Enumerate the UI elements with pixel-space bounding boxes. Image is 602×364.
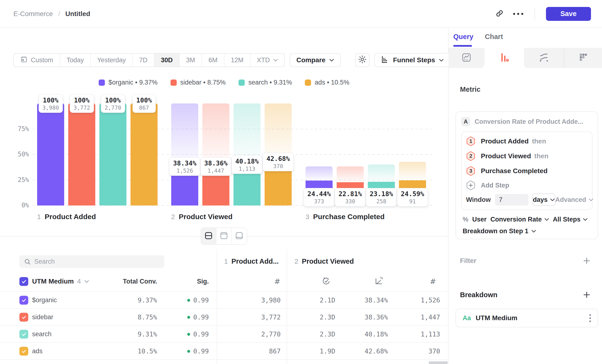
total-conv-column-header[interactable]: Total Conv.: [105, 275, 157, 288]
table-row-sidebar[interactable]: sidebar 0.998.75%3,7722.3D38.36%1,447: [0, 308, 448, 325]
chevron-down-icon: [273, 59, 278, 62]
save-button[interactable]: Save: [546, 7, 591, 21]
range-tab-7d[interactable]: 7D: [132, 54, 154, 67]
row-checkbox[interactable]: [19, 313, 28, 321]
conv-rate-column-header[interactable]: %: [374, 276, 384, 287]
chevron-down-icon: [329, 59, 334, 62]
range-tab-6m[interactable]: 6M: [202, 54, 224, 67]
row-checkbox[interactable]: [19, 347, 28, 356]
share-link-button[interactable]: [494, 9, 505, 19]
count-column-header[interactable]: #: [272, 276, 283, 287]
legend-item-1[interactable]: sidebar • 8.75%: [171, 79, 226, 86]
table-row-search[interactable]: search 0.999.31%2,7702.3D40.18%1,113: [0, 325, 448, 342]
split-view-button[interactable]: [201, 228, 216, 244]
chart-type-button[interactable]: Funnel Steps: [374, 53, 451, 67]
funnel-bar-search-step1[interactable]: [99, 103, 126, 205]
group-step-label: Product Viewed: [302, 255, 354, 268]
sig-column-header[interactable]: Sig.: [165, 275, 209, 288]
legend-item-0[interactable]: $organic • 9.37%: [99, 79, 158, 86]
chevron-down-icon: [550, 198, 555, 201]
kebab-menu-icon[interactable]: [589, 314, 591, 322]
percent-icon: %: [463, 216, 468, 223]
bar-value-tooltip: 23.18% 258: [366, 188, 397, 206]
legend-label: $organic • 9.37%: [108, 79, 158, 86]
chart-settings-button[interactable]: [355, 53, 369, 67]
tooltip-count: 867: [136, 104, 152, 111]
horizontal-scrollbar-thumb[interactable]: [429, 361, 448, 364]
breadcrumb-parent[interactable]: E-Commerce: [13, 10, 53, 18]
query-step-2[interactable]: 2 Product Viewed then: [462, 149, 592, 164]
range-tab-yesterday[interactable]: Yesterday: [90, 54, 132, 67]
group-step-label: Product Add...: [232, 255, 279, 268]
metric-type-tabs: [449, 48, 602, 68]
legend-item-3[interactable]: ads • 10.5%: [305, 79, 349, 86]
query-step-suffix: then: [533, 152, 548, 160]
measure-metric-select[interactable]: Conversion Rate: [490, 216, 549, 223]
breadcrumb-current[interactable]: Untitled: [65, 10, 90, 18]
measure-row: % User Conversion Rate All Steps: [461, 216, 592, 223]
range-tab-3m[interactable]: 3M: [179, 54, 202, 67]
range-tab-12m[interactable]: 12M: [224, 54, 250, 67]
breakdown-item-utm-medium[interactable]: Aa UTM Medium: [455, 309, 598, 327]
more-options-button[interactable]: [513, 9, 524, 19]
bottom-panel-view-button[interactable]: [231, 228, 247, 244]
tooltip-count: 3,772: [74, 104, 90, 111]
add-step-button[interactable]: Add Step: [462, 178, 592, 192]
avg-time-column-header[interactable]: [321, 276, 331, 287]
breakdown-column-header[interactable]: UTM Medium 4: [32, 275, 89, 288]
metric-type-funnel-tab[interactable]: [484, 48, 524, 68]
funnel-bar-ads-step1[interactable]: [130, 103, 158, 205]
metric-badge: A: [461, 117, 470, 126]
chart-type-label: Funnel Steps: [393, 56, 435, 64]
window-unit-select[interactable]: days: [532, 193, 555, 206]
legend-item-2[interactable]: search • 9.31%: [238, 79, 292, 86]
row-avg_time: 2.3D: [292, 326, 335, 343]
select-all-checkbox[interactable]: [19, 277, 28, 286]
row-step1_count: 2,770: [237, 326, 281, 343]
row-checkbox[interactable]: [19, 296, 28, 305]
range-tab-30d[interactable]: 30D: [154, 54, 179, 67]
funnel-bar-$organic-step1[interactable]: [37, 103, 64, 205]
row-conv: 38.36%: [345, 309, 388, 326]
compare-button[interactable]: Compare: [290, 53, 341, 67]
breakdown-on-step-select[interactable]: Breakdown on Step 1: [461, 227, 592, 235]
window-value-input[interactable]: [495, 194, 528, 205]
range-tab-xtd[interactable]: XTD: [250, 54, 284, 67]
measure-scope-select[interactable]: All Steps: [553, 216, 588, 223]
metric-type-matrix-tab[interactable]: [564, 48, 602, 68]
tab-query[interactable]: Query: [453, 33, 473, 41]
metric-type-insights-tab[interactable]: [449, 48, 484, 68]
table-row-$organic[interactable]: $organic 0.999.37%3,9802.1D38.34%1,526: [0, 291, 448, 308]
top-panel-view-button[interactable]: [216, 228, 231, 244]
query-step-name: Product Viewed: [481, 152, 531, 160]
count-column-header[interactable]: #: [428, 276, 438, 287]
metric-type-retention-tab[interactable]: [524, 48, 564, 68]
range-tab-label: Yesterday: [97, 56, 126, 64]
row-name: $organic: [32, 292, 57, 309]
split-view-icon: [204, 231, 213, 241]
query-step-1[interactable]: 1 Product Added then: [462, 134, 592, 149]
funnel-steps-card: 1 Product Added then 2 Product Viewed th…: [461, 131, 592, 210]
metric-title-row[interactable]: A Conversion Rate of Product Adde...: [461, 117, 592, 127]
step-axis-label-1: 1 Product Added: [37, 213, 96, 221]
table-group-header-step1: 1 Product Add...: [224, 255, 279, 268]
funnel-bar-sidebar-step1[interactable]: [68, 103, 95, 205]
table-row-ads[interactable]: ads 0.9910.5%8671.9D42.68%370: [0, 342, 448, 359]
add-filter-button[interactable]: [582, 256, 591, 266]
query-step-3[interactable]: 3 Purchase Completed: [462, 164, 592, 178]
range-tab-custom[interactable]: Custom: [14, 54, 60, 67]
breakdown-label: Breakdown: [460, 291, 497, 299]
row-checkbox[interactable]: [19, 330, 28, 339]
row-count: 1,113: [397, 326, 440, 343]
chevron-down-icon: [531, 230, 536, 233]
bottom-panel-view-icon: [235, 231, 244, 241]
tab-chart[interactable]: Chart: [485, 33, 503, 41]
range-tab-today[interactable]: Today: [60, 54, 90, 67]
add-breakdown-button[interactable]: [582, 290, 591, 300]
metric-section-label: Metric: [460, 86, 480, 93]
search-input[interactable]: [19, 255, 164, 268]
y-axis-tick: 0%: [7, 202, 29, 209]
advanced-toggle[interactable]: Advanced: [555, 196, 593, 203]
measure-entity[interactable]: User: [472, 216, 487, 223]
legend-label: ads • 10.5%: [315, 79, 349, 86]
